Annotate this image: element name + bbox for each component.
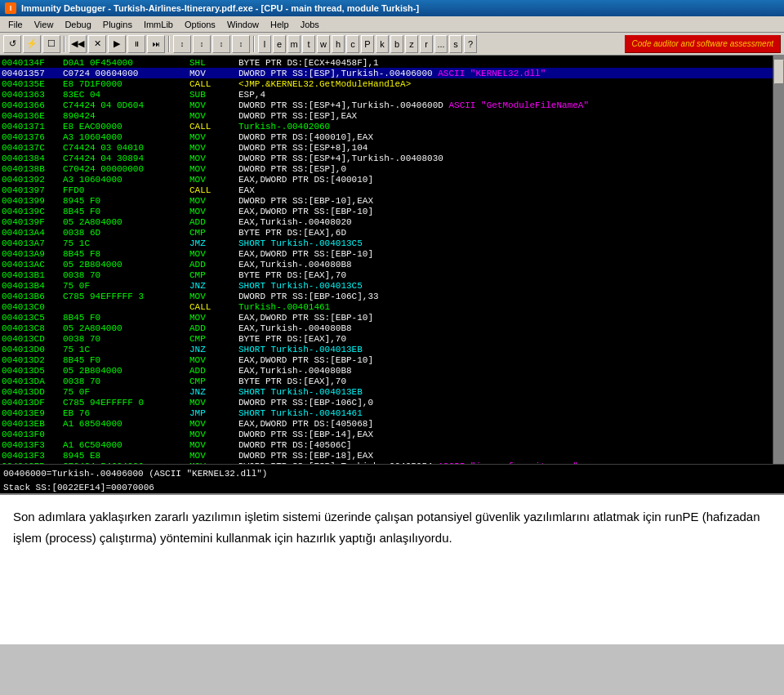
table-row[interactable]: 004013DD 75 0F JNZ SHORT Turkish-.004013… xyxy=(0,386,784,397)
table-row[interactable]: 004013F3 8945 E8 MOV DWORD PTR SS:[EBP-1… xyxy=(0,450,784,461)
table-row[interactable]: 004013B1 0038 70 CMP BYTE PTR DS:[EAX],7… xyxy=(0,270,784,280)
table-row[interactable]: 004013A9 8B45 F8 MOV EAX,DWORD PTR SS:[E… xyxy=(0,248,784,259)
tb-btn3[interactable]: ↕ xyxy=(212,35,230,53)
tb-s[interactable]: s xyxy=(449,35,462,53)
app-icon: I xyxy=(5,2,16,14)
table-row[interactable]: 004013EB A1 68504000 MOV EAX,DWORD PTR D… xyxy=(0,418,784,429)
tb-t[interactable]: t xyxy=(302,35,315,53)
tb-btn1[interactable]: ↕ xyxy=(173,35,191,53)
tb-btn4[interactable]: ↕ xyxy=(232,35,250,53)
table-row[interactable]: 0040139F 05 2A804000 ADD EAX,Turkish-.00… xyxy=(0,216,784,227)
table-row[interactable]: 0040135E E8 7D1F0000 CALL <JMP.&KERNEL32… xyxy=(0,78,784,89)
tb-step-over[interactable]: ⏸ xyxy=(127,35,145,53)
table-row[interactable]: 00401376 A3 10604000 MOV DWORD PTR DS:[4… xyxy=(0,131,784,142)
table-row[interactable]: 004013D0 75 1C JNZ SHORT Turkish-.004013… xyxy=(0,344,784,354)
table-row[interactable]: 004013B4 75 0F JNZ SHORT Turkish-.004013… xyxy=(0,280,784,291)
tb-sep2 xyxy=(168,36,170,52)
table-row[interactable]: 004013AC 05 2B804000 ADD EAX,Turkish-.00… xyxy=(0,259,784,270)
tb-w[interactable]: w xyxy=(317,35,330,53)
table-row-highlight[interactable]: 00401357 C0724 00604000 MOV DWORD PTR SS… xyxy=(0,68,784,78)
table-row[interactable]: 004013F0 MOV DWORD PTR SS:[EBP-14],EAX xyxy=(0,429,784,439)
status-line-2: Stack SS:[0022EF14]=00070006 xyxy=(3,480,781,494)
table-row[interactable]: 004013A4 0038 6D CMP BYTE PTR DS:[EAX],6… xyxy=(0,227,784,238)
tb-btn2[interactable]: ↕ xyxy=(193,35,211,53)
table-row[interactable]: 004013DA 0038 70 CMP BYTE PTR DS:[EAX],7… xyxy=(0,376,784,386)
bottom-description: Son adımlara yaklaşırken zararlı yazılım… xyxy=(0,493,784,644)
tb-restart[interactable]: ↺ xyxy=(3,35,21,53)
menu-view[interactable]: View xyxy=(29,18,59,31)
tb-qmark[interactable]: ? xyxy=(464,35,477,53)
table-row[interactable]: 004013C8 05 2A804000 ADD EAX,Turkish-.00… xyxy=(0,323,784,333)
table-row[interactable]: 004013C0 CALL Turkish-.00401461 xyxy=(0,301,784,312)
toolbar: ↺ ⚡ ☐ ◀◀ ✕ ▶ ⏸ ⏭ ↕ ↕ ↕ ↕ l e m t w h c P… xyxy=(0,33,784,56)
tb-h[interactable]: h xyxy=(332,35,345,53)
tb-m[interactable]: m xyxy=(287,35,301,53)
disasm-scrollbar[interactable] xyxy=(773,56,784,464)
table-row[interactable]: 0040139C 8B45 F0 MOV EAX,DWORD PTR SS:[E… xyxy=(0,206,784,216)
table-row[interactable]: 00401384 C74424 04 30894 MOV DWORD PTR S… xyxy=(0,153,784,163)
menu-immlib[interactable]: ImmLib xyxy=(139,18,178,31)
table-row[interactable]: 004013D5 05 2B804000 ADD EAX,Turkish-.00… xyxy=(0,365,784,376)
table-row[interactable]: 004013B6 C785 94EFFFFF 3 MOV DWORD PTR S… xyxy=(0,291,784,301)
tb-pause[interactable]: ☐ xyxy=(42,35,60,53)
tb-step-out[interactable]: ⏭ xyxy=(147,35,165,53)
code-auditor-button[interactable]: Code auditor and software assessment xyxy=(625,35,781,53)
tb-step[interactable]: ▶ xyxy=(108,35,126,53)
table-row[interactable]: 004013CD 0038 70 CMP BYTE PTR DS:[EAX],7… xyxy=(0,333,784,344)
tb-k[interactable]: k xyxy=(376,35,389,53)
tb-z[interactable]: z xyxy=(405,35,418,53)
table-row[interactable]: 0040137C C74424 03 04010 MOV DWORD PTR S… xyxy=(0,142,784,153)
tb-e[interactable]: e xyxy=(273,35,286,53)
tb-stop[interactable]: ✕ xyxy=(88,35,106,53)
table-row[interactable]: 004013FB C70424 54604000 MOV DWORD PTR S… xyxy=(0,461,784,464)
tb-r[interactable]: r xyxy=(420,35,433,53)
tb-p-upper[interactable]: P xyxy=(361,35,374,53)
scrollbar-thumb[interactable] xyxy=(774,60,784,84)
status-bar: 00406000=Turkish-.00406000 (ASCII "KERNE… xyxy=(0,464,784,493)
tb-dots[interactable]: ... xyxy=(434,35,448,53)
tb-sep3 xyxy=(253,36,255,52)
table-row[interactable]: 00401366 C74424 04 0D604 MOV DWORD PTR S… xyxy=(0,100,784,110)
tb-c[interactable]: c xyxy=(346,35,359,53)
table-row[interactable]: 0040134F D0A1 0F454000 SHL BYTE PTR DS:[… xyxy=(0,57,784,68)
disassembly-panel[interactable]: 0040134F D0A1 0F454000 SHL BYTE PTR DS:[… xyxy=(0,56,784,464)
status-line-1: 00406000=Turkish-.00406000 (ASCII "KERNE… xyxy=(3,466,781,480)
table-row[interactable]: 004013A7 75 1C JMZ SHORT Turkish-.004013… xyxy=(0,238,784,248)
title-bar: I Immunity Debugger - Turkish-Airlines-I… xyxy=(0,0,784,16)
table-row[interactable]: 0040136E 890424 MOV DWORD PTR SS:[ESP],E… xyxy=(0,110,784,121)
table-row[interactable]: 00401397 FFD0 CALL EAX xyxy=(0,185,784,195)
table-row[interactable]: 00401363 83EC 04 SUB ESP,4 xyxy=(0,89,784,100)
table-row[interactable]: 004013C5 8B45 F0 MOV EAX,DWORD PTR SS:[E… xyxy=(0,312,784,323)
tb-l[interactable]: l xyxy=(258,35,271,53)
menu-bar: File View Debug Plugins ImmLib Options W… xyxy=(0,16,784,33)
menu-help[interactable]: Help xyxy=(265,18,294,31)
tb-run[interactable]: ⚡ xyxy=(23,35,41,53)
table-row[interactable]: 0040138B C70424 00000000 MOV DWORD PTR S… xyxy=(0,163,784,174)
description-paragraph: Son adımlara yaklaşırken zararlı yazılım… xyxy=(13,506,771,548)
menu-file[interactable]: File xyxy=(3,18,28,31)
table-row[interactable]: 004013F3 A1 6C504000 MOV DWORD PTR DS:[4… xyxy=(0,439,784,450)
menu-debug[interactable]: Debug xyxy=(60,18,96,31)
table-row[interactable]: 004013DF C785 94EFFFFF 0 MOV DWORD PTR S… xyxy=(0,397,784,408)
menu-jobs[interactable]: Jobs xyxy=(296,18,324,31)
table-row[interactable]: 00401371 E8 EAC00000 CALL Turkish-.00402… xyxy=(0,121,784,131)
disasm-content: 0040134F D0A1 0F454000 SHL BYTE PTR DS:[… xyxy=(0,56,784,464)
menu-options[interactable]: Options xyxy=(180,18,220,31)
tb-sep1 xyxy=(64,36,65,52)
table-row[interactable]: 00401399 8945 F0 MOV DWORD PTR SS:[EBP-1… xyxy=(0,195,784,206)
tb-back[interactable]: ◀◀ xyxy=(69,35,87,53)
menu-window[interactable]: Window xyxy=(222,18,264,31)
menu-plugins[interactable]: Plugins xyxy=(98,18,137,31)
window-title: Immunity Debugger - Turkish-Airlines-Iti… xyxy=(21,3,779,13)
tb-b[interactable]: b xyxy=(390,35,403,53)
table-row[interactable]: 00401392 A3 10604000 MOV EAX,DWORD PTR D… xyxy=(0,174,784,185)
table-row[interactable]: 004013D2 8B45 F0 MOV EAX,DWORD PTR SS:[E… xyxy=(0,354,784,365)
table-row[interactable]: 004013E9 EB 76 JMP SHORT Turkish-.004014… xyxy=(0,408,784,418)
